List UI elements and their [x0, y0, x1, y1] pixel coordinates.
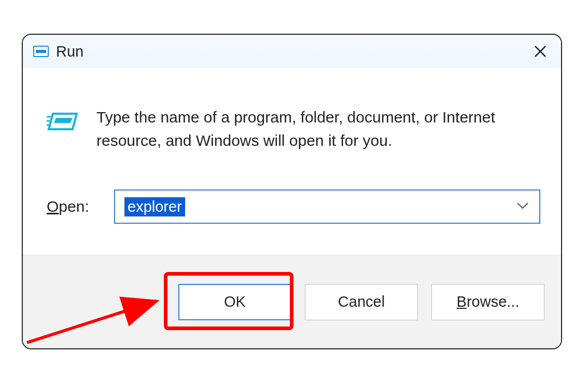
- close-button[interactable]: [530, 41, 551, 62]
- dialog-footer: OK Cancel Browse...: [23, 255, 561, 348]
- dialog-body: Type the name of a program, folder, docu…: [23, 68, 561, 244]
- open-label: Open:: [47, 198, 103, 215]
- run-icon: [33, 46, 49, 57]
- open-input-value: explorer: [124, 197, 185, 216]
- ok-button[interactable]: OK: [178, 284, 291, 320]
- close-icon: [534, 45, 547, 58]
- chevron-down-icon[interactable]: [516, 202, 529, 211]
- cancel-button[interactable]: Cancel: [305, 284, 418, 320]
- run-dialog: Run Type the name of a program, folder, …: [22, 34, 562, 349]
- dialog-title: Run: [56, 43, 83, 60]
- browse-button[interactable]: Browse...: [431, 284, 544, 320]
- dialog-description: Type the name of a program, folder, docu…: [96, 105, 532, 152]
- titlebar[interactable]: Run: [23, 35, 561, 68]
- open-combobox[interactable]: explorer: [114, 189, 540, 224]
- svg-rect-1: [36, 50, 46, 53]
- run-large-icon: [47, 107, 79, 133]
